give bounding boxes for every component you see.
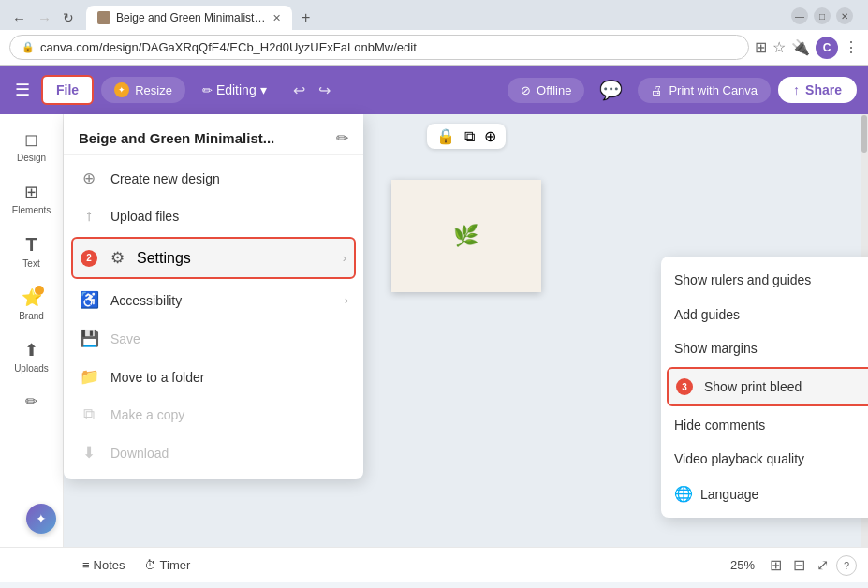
add-guides-label: Add guides xyxy=(674,307,740,322)
sidebar-item-brand[interactable]: ⭐ Brand xyxy=(6,280,58,329)
move-folder-icon: 📁 xyxy=(79,367,99,387)
window-controls: — □ ✕ xyxy=(791,7,861,28)
new-tab-btn[interactable]: + xyxy=(296,7,316,28)
show-margins-label: Show margins xyxy=(674,341,758,356)
sidebar-item-design[interactable]: ◻ Design xyxy=(6,122,58,170)
step2-badge: 2 xyxy=(81,250,97,267)
comment-btn[interactable]: 💬 xyxy=(592,75,630,105)
submenu-show-rulers[interactable]: Show rulers and guides Shift+R xyxy=(661,262,868,298)
lock-btn[interactable]: 🔒 xyxy=(436,127,455,145)
show-print-bleed-label: Show print bleed xyxy=(704,379,802,394)
submenu-add-guides[interactable]: Add guides xyxy=(661,298,868,331)
offline-icon: ⊘ xyxy=(521,83,531,97)
sidebar-item-label: Elements xyxy=(12,205,51,215)
zoom-level[interactable]: 25% xyxy=(723,554,762,576)
sidebar-item-elements[interactable]: ⊞ Elements xyxy=(6,174,58,223)
grid-view-btn[interactable]: ⊞ xyxy=(766,552,786,578)
window-maximize-btn[interactable]: □ xyxy=(814,7,831,24)
window-minimize-btn[interactable]: — xyxy=(791,7,808,24)
share-icon: ↑ xyxy=(793,82,800,97)
magic-icon: ✦ xyxy=(36,511,47,526)
scrollbar-thumb xyxy=(861,115,867,153)
redo-btn[interactable]: ↪ xyxy=(313,78,336,103)
app-toolbar: ☰ File ✦ Resize ✏ Editing ▾ ↩ ↪ ⊘ Offlin… xyxy=(0,66,868,114)
resize-label: Resize xyxy=(135,83,172,97)
add-element-btn[interactable]: ⊕ xyxy=(484,127,496,145)
submenu-video-quality[interactable]: Video playback quality xyxy=(661,442,868,476)
submenu-show-print-bleed[interactable]: 3 Show print bleed xyxy=(667,367,868,406)
profile-btn[interactable]: C xyxy=(816,37,838,59)
share-btn[interactable]: ↑ Share xyxy=(778,77,857,103)
bookmark-btn[interactable]: ☆ xyxy=(772,38,786,56)
extensions-btn[interactable]: 🔌 xyxy=(791,38,810,56)
download-icon: ⬇ xyxy=(79,443,99,463)
language-label: Language xyxy=(700,487,758,502)
sidebar-item-draw[interactable]: ✏ xyxy=(6,385,58,418)
sidebar-item-label: Uploads xyxy=(14,363,49,374)
tab-title: Beige and Green Minimalist Ch... xyxy=(116,11,267,24)
browser-forward-btn[interactable]: → xyxy=(33,8,56,28)
offline-label: Offline xyxy=(537,83,571,97)
print-btn[interactable]: 🖨 Print with Canva xyxy=(638,78,771,103)
more-options-btn[interactable]: ⋮ xyxy=(844,38,859,56)
submenu-hide-comments[interactable]: Hide comments xyxy=(661,408,868,442)
submenu-show-margins[interactable]: Show margins xyxy=(661,331,868,365)
settings-chevron-icon: › xyxy=(343,251,346,265)
offline-btn[interactable]: ⊘ Offline xyxy=(508,78,584,103)
file-menu-download: ⬇ Download xyxy=(64,434,363,472)
editing-label: Editing xyxy=(216,82,257,97)
settings-label: Settings xyxy=(137,250,191,267)
submenu-language[interactable]: 🌐 Language xyxy=(661,476,868,512)
window-close-btn[interactable]: ✕ xyxy=(836,7,853,24)
file-menu-edit-icon[interactable]: ✏ xyxy=(336,129,348,147)
help-btn[interactable]: ? xyxy=(836,555,857,576)
editing-btn[interactable]: ✏ Editing ▾ xyxy=(193,77,276,103)
file-menu-header: Beige and Green Minimalist... ✏ xyxy=(64,125,363,155)
undo-btn[interactable]: ↩ xyxy=(287,78,311,103)
notes-label: Notes xyxy=(94,558,125,572)
file-menu-upload-files[interactable]: ↑ Upload files xyxy=(64,198,363,235)
file-menu-accessibility[interactable]: ♿ Accessibility › xyxy=(64,281,363,319)
resize-btn[interactable]: ✦ Resize xyxy=(101,77,185,103)
magic-btn[interactable]: ✦ xyxy=(26,504,56,534)
address-lock-icon: 🔒 xyxy=(22,41,35,53)
file-menu-create-new[interactable]: ⊕ Create new design xyxy=(64,159,363,198)
hamburger-btn[interactable]: ☰ xyxy=(11,76,34,104)
sidebar-item-label: Brand xyxy=(19,311,44,321)
tab-close-btn[interactable]: ✕ xyxy=(272,12,281,24)
file-menu-title: Beige and Green Minimalist... xyxy=(79,130,274,146)
editing-pencil-icon: ✏ xyxy=(202,83,213,97)
print-icon: 🖨 xyxy=(651,83,663,97)
file-menu-settings[interactable]: 2 ⚙ Settings › xyxy=(71,237,356,279)
settings-submenu: Show rulers and guides Shift+R Add guide… xyxy=(661,257,868,518)
share-label: Share xyxy=(805,82,842,97)
active-tab[interactable]: Beige and Green Minimalist Ch... ✕ xyxy=(86,6,292,30)
canvas-preview: 🌿 xyxy=(391,180,541,292)
undo-redo-group: ↩ ↪ xyxy=(287,78,336,103)
video-quality-label: Video playback quality xyxy=(674,451,804,466)
main-layout: ◻ Design ⊞ Elements T Text ⭐ Brand ⬆ Upl… xyxy=(0,114,868,547)
save-label: Save xyxy=(110,331,140,346)
fullscreen-btn[interactable]: ⤢ xyxy=(813,552,832,578)
language-globe-icon: 🌐 xyxy=(674,485,693,503)
browser-back-btn[interactable]: ← xyxy=(7,8,31,28)
file-menu-move-folder[interactable]: 📁 Move to a folder xyxy=(64,358,363,396)
upload-files-label: Upload files xyxy=(110,209,179,224)
notes-btn[interactable]: ≡ Notes xyxy=(75,554,133,576)
address-bar[interactable]: 🔒 canva.com/design/DAGaXRqQfE4/ECb_H2d0U… xyxy=(9,35,749,60)
file-btn[interactable]: File xyxy=(41,75,94,105)
translate-btn[interactable]: ⊞ xyxy=(755,38,767,56)
address-actions: ⊞ ☆ 🔌 C ⋮ xyxy=(755,37,859,59)
sidebar-item-uploads[interactable]: ⬆ Uploads xyxy=(6,332,58,381)
editing-chevron-icon: ▾ xyxy=(260,82,267,97)
elements-icon: ⊞ xyxy=(24,182,38,202)
sidebar-item-text[interactable]: T Text xyxy=(6,227,58,276)
timer-btn[interactable]: ⏱ Timer xyxy=(137,554,199,576)
browser-chrome: ← → ↻ Beige and Green Minimalist Ch... ✕… xyxy=(0,0,868,66)
tab-back-forward: ← → ↻ xyxy=(7,8,79,28)
save-icon: 💾 xyxy=(79,329,99,348)
file-menu: Beige and Green Minimalist... ✏ ⊕ Create… xyxy=(64,114,363,479)
browser-refresh-btn[interactable]: ↻ xyxy=(58,8,79,27)
duplicate-btn[interactable]: ⧉ xyxy=(464,127,475,145)
thumbnail-view-btn[interactable]: ⊟ xyxy=(789,552,809,578)
